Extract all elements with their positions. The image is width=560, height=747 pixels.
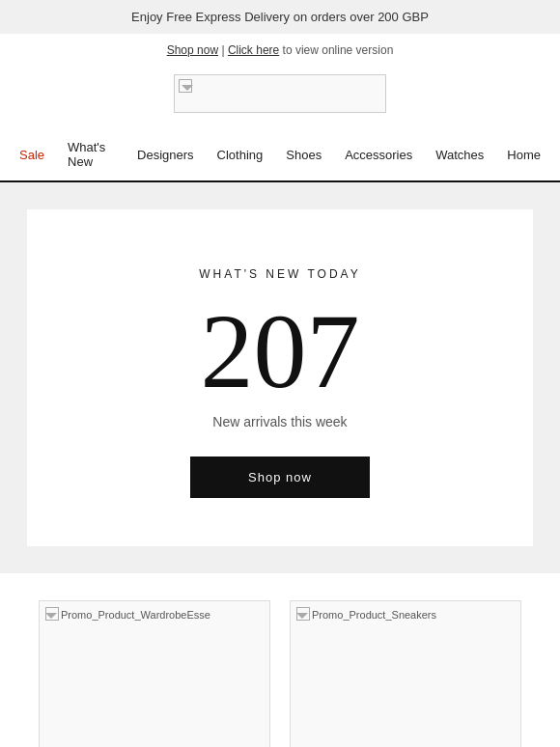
separator: |	[221, 43, 224, 57]
broken-image-icon	[45, 607, 59, 621]
product-card-sneakers[interactable]: Promo_Product_Sneakers	[290, 600, 521, 747]
logo[interactable]	[174, 74, 386, 113]
nav-designers[interactable]: Designers	[137, 148, 194, 162]
shop-now-link[interactable]: Shop now	[167, 43, 218, 57]
hero-description: New arrivals this week	[66, 414, 494, 429]
nav-home[interactable]: Home	[507, 148, 541, 162]
products-section: Promo_Product_WardrobeEsse Promo_Product…	[0, 573, 560, 747]
logo-area	[0, 67, 560, 128]
nav-sale[interactable]: Sale	[19, 148, 44, 162]
product-card-wardrobe[interactable]: Promo_Product_WardrobeEsse	[39, 600, 270, 747]
broken-image-icon	[296, 607, 310, 621]
hero-number: 207	[66, 298, 494, 404]
hero-shop-now-button[interactable]: Shop now	[190, 456, 370, 498]
nav-shoes[interactable]: Shoes	[286, 148, 322, 162]
product-label-wardrobe: Promo_Product_WardrobeEsse	[61, 609, 210, 621]
banner-text: Enjoy Free Express Delivery on orders ov…	[131, 10, 429, 24]
product-label-sneakers: Promo_Product_Sneakers	[312, 609, 436, 621]
hero-inner: WHAT'S NEW TODAY 207 New arrivals this w…	[27, 209, 533, 546]
email-suffix: to view online version	[283, 43, 394, 57]
hero-outer: WHAT'S NEW TODAY 207 New arrivals this w…	[0, 182, 560, 573]
top-banner: Enjoy Free Express Delivery on orders ov…	[0, 0, 560, 34]
nav-whats-new[interactable]: What's New	[68, 140, 114, 169]
nav-clothing[interactable]: Clothing	[217, 148, 264, 162]
nav-watches[interactable]: Watches	[435, 148, 484, 162]
hero-subtitle: WHAT'S NEW TODAY	[66, 267, 494, 281]
main-nav: Sale What's New Designers Clothing Shoes…	[0, 128, 560, 182]
email-bar: Shop now | Click here to view online ver…	[0, 34, 560, 67]
nav-accessories[interactable]: Accessories	[345, 148, 412, 162]
click-here-link[interactable]: Click here	[228, 43, 279, 57]
